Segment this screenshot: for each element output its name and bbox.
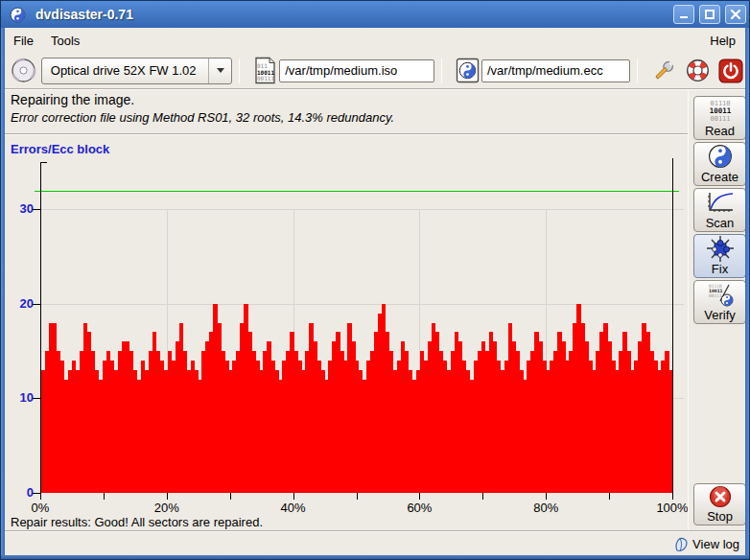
status-band: Repairing the image. Error correction fi… — [5, 90, 688, 134]
stop-button[interactable]: Stop — [693, 483, 746, 525]
x-tick — [230, 493, 231, 500]
gridline-y — [40, 304, 684, 305]
x-tick-label: 60% — [398, 501, 440, 515]
svg-text:00111: 00111 — [709, 293, 722, 298]
ecc-file-yinyang-icon — [456, 58, 480, 83]
binary-yinyang-icon: 01110 10011 00111 — [705, 281, 736, 308]
combo-dropdown-button[interactable] — [208, 58, 231, 83]
x-tick — [546, 493, 547, 500]
x-tick-label: 80% — [525, 501, 567, 515]
lifebuoy-icon — [685, 58, 711, 83]
fix-button-label: Fix — [712, 262, 728, 276]
gridline-y — [40, 209, 684, 210]
window-title: dvdisaster-0.71 — [35, 7, 133, 22]
status-heading: Repairing the image. — [11, 92, 688, 107]
y-axis — [40, 162, 41, 499]
y-tick-label: 10 — [9, 390, 34, 405]
fix-button[interactable]: Fix — [693, 234, 746, 278]
x-tick — [419, 493, 420, 500]
maximize-button[interactable] — [699, 5, 720, 24]
drive-selector-combobox[interactable]: Optical drive 52X FW 1.02 — [41, 58, 233, 84]
drive-selector-value: Optical drive 52X FW 1.02 — [42, 63, 209, 78]
x-tick — [357, 493, 358, 500]
x-tick — [672, 493, 673, 500]
x-tick-label: 40% — [272, 501, 315, 515]
y-tick — [33, 209, 40, 210]
drive-select-button[interactable] — [10, 57, 37, 85]
cd-drive-icon — [11, 58, 36, 83]
quit-button[interactable] — [716, 57, 745, 85]
create-button-label: Create — [701, 170, 738, 184]
scan-curve-icon — [706, 189, 735, 216]
y-tick — [33, 304, 40, 305]
image-file-binary-icon: 011 10011 00111 — [254, 57, 276, 84]
stop-icon — [709, 484, 732, 509]
toolbar-separator — [637, 58, 638, 83]
toolbar-separator — [239, 58, 240, 83]
power-off-icon — [718, 58, 743, 83]
maximize-icon — [704, 9, 715, 20]
stop-button-label: Stop — [707, 509, 733, 524]
yin-yang-icon — [708, 143, 733, 170]
x-tick — [40, 493, 41, 500]
verify-button[interactable]: 01110 10011 00111 Verify — [693, 280, 746, 324]
toolbar: Optical drive 52X FW 1.02 011 10011 0011… — [5, 53, 747, 89]
wrench-icon — [651, 58, 676, 83]
help-button[interactable] — [683, 57, 712, 85]
status-detail: Error correction file using Method RS01,… — [11, 110, 688, 125]
read-button[interactable]: 01110 10011 00111 Read — [693, 96, 746, 140]
svg-text:00111: 00111 — [257, 75, 274, 82]
y-axis-cap — [40, 162, 47, 163]
svg-text:00111: 00111 — [710, 115, 730, 123]
window-border-left — [1, 27, 5, 559]
app-logo-yinyang-icon — [10, 7, 26, 23]
y-tick-label: 20 — [9, 296, 34, 311]
create-button[interactable]: Create — [693, 142, 746, 186]
x-tick — [609, 493, 610, 500]
x-tick — [104, 493, 105, 500]
toolbar-separator — [441, 58, 442, 83]
ecc-path-input[interactable] — [481, 59, 630, 82]
y-tick — [33, 493, 40, 494]
scan-button-label: Scan — [706, 216, 735, 230]
y-tick-label: 30 — [9, 201, 34, 216]
position-cursor-line — [672, 158, 673, 493]
x-tick — [167, 493, 168, 500]
iso-file-button[interactable]: 011 10011 00111 — [251, 57, 279, 85]
ecc-file-button[interactable] — [454, 57, 481, 85]
x-tick — [482, 493, 483, 500]
scan-button[interactable]: Scan — [693, 188, 746, 232]
verify-button-label: Verify — [704, 308, 736, 322]
menu-file[interactable]: File — [5, 30, 42, 52]
puzzle-piece-icon — [707, 235, 734, 262]
view-log-link[interactable]: View log — [692, 537, 739, 551]
x-tick — [293, 493, 294, 500]
minimize-button[interactable] — [673, 5, 694, 24]
sidebar-separator — [688, 89, 689, 530]
chevron-down-icon — [217, 68, 224, 73]
x-tick-label: 20% — [146, 501, 188, 515]
window-border-bottom — [1, 555, 749, 559]
window-border-right — [745, 27, 749, 559]
menu-tools[interactable]: Tools — [42, 30, 88, 52]
chart-title: Errors/Ecc block — [11, 142, 109, 156]
app-window: dvdisaster-0.71 File Tools Help — [0, 0, 750, 560]
title-bar[interactable]: dvdisaster-0.71 — [1, 1, 750, 28]
menu-bar: File Tools Help — [5, 28, 747, 53]
preferences-button[interactable] — [649, 57, 678, 85]
log-page-icon — [674, 537, 689, 552]
menu-help[interactable]: Help — [698, 30, 747, 52]
repair-results-text: Repair results: Good! All sectors are re… — [11, 515, 263, 529]
threshold-line — [35, 191, 679, 192]
binary-digits-icon: 01110 10011 00111 — [704, 97, 737, 124]
read-button-label: Read — [705, 124, 735, 138]
iso-path-input[interactable] — [279, 59, 434, 82]
svg-text:10011: 10011 — [709, 106, 731, 115]
footer-bar: View log — [5, 530, 747, 557]
x-tick-label: 0% — [19, 501, 61, 515]
minimize-icon — [678, 9, 690, 20]
close-icon — [730, 9, 741, 20]
y-tick — [33, 398, 40, 399]
close-button[interactable] — [725, 5, 746, 24]
y-tick-label: 0 — [9, 485, 34, 500]
